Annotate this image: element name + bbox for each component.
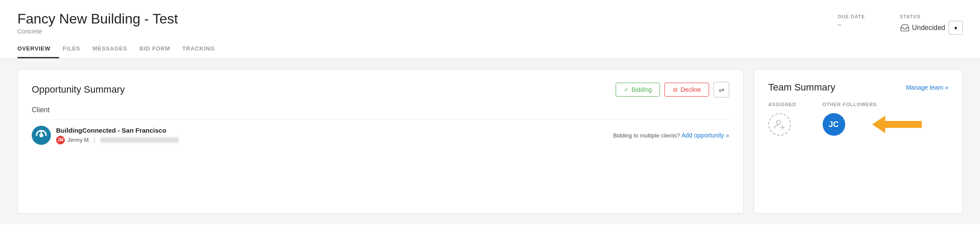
nav-tabs: OVERVIEW FILES MESSAGES BID FORM TRACKIN… [0, 35, 980, 59]
due-date-label: DUE DATE [838, 14, 865, 19]
inbox-icon [900, 23, 910, 33]
bidding-label: Bidding [632, 86, 652, 93]
arrow-container [852, 115, 922, 134]
separator: | [94, 137, 95, 143]
decline-icon: ⊘ [673, 86, 678, 93]
other-followers-label: OTHER FOLLOWERS [823, 102, 922, 107]
client-info: BuildingConnected - San Francisco JM Jen… [32, 126, 179, 145]
tab-bid-form[interactable]: BID FORM [140, 42, 179, 58]
opportunity-card-header: Opportunity Summary ✓ Bidding ⊘ Decline … [32, 82, 729, 97]
follower-avatar-jc: JC [823, 113, 845, 136]
status-section: STATUS Undecided ▾ [900, 14, 963, 35]
tab-tracking[interactable]: TRACKING [182, 42, 223, 58]
header-left: Fancy New Building - Test Concrete [17, 10, 178, 35]
header-right: DUE DATE – STATUS Undecided ▾ [838, 10, 963, 35]
assigned-column: ASSIGNED [768, 102, 797, 136]
client-details: BuildingConnected - San Francisco JM Jen… [56, 127, 179, 144]
header: Fancy New Building - Test Concrete DUE D… [0, 0, 980, 35]
swap-icon: ⇌ [719, 86, 724, 94]
team-summary-card: Team Summary Manage team » ASSIGNED [754, 69, 963, 214]
page-wrapper: Fancy New Building - Test Concrete DUE D… [0, 0, 980, 241]
client-name: BuildingConnected - San Francisco [56, 127, 179, 134]
due-date-section: DUE DATE – [838, 14, 865, 28]
decline-button[interactable]: ⊘ Decline [664, 83, 709, 97]
manage-team-link[interactable]: Manage team » [906, 84, 948, 91]
client-label: Client [32, 106, 729, 114]
status-label: STATUS [900, 14, 921, 19]
contact-initials: JM [57, 137, 63, 142]
project-subtitle: Concrete [17, 28, 178, 35]
bidding-button[interactable]: ✓ Bidding [616, 83, 660, 97]
bidding-multiple-text: Bidding to multiple clients? [613, 132, 680, 139]
swap-button[interactable]: ⇌ [713, 82, 729, 97]
main-content: Opportunity Summary ✓ Bidding ⊘ Decline … [0, 59, 980, 224]
card-actions: ✓ Bidding ⊘ Decline ⇌ [616, 82, 729, 97]
tab-files[interactable]: FILES [63, 42, 89, 58]
chevron-down-icon: ▾ [954, 25, 957, 31]
tab-overview[interactable]: OVERVIEW [17, 42, 59, 58]
followers-column: OTHER FOLLOWERS JC [823, 102, 922, 136]
team-summary-title: Team Summary [768, 82, 835, 93]
building-connected-logo-icon [33, 127, 49, 143]
add-opportunity-area: Bidding to multiple clients? Add opportu… [613, 132, 729, 139]
status-dropdown-button[interactable]: ▾ [949, 21, 963, 35]
blurred-contact-info [100, 137, 179, 143]
status-wrapper: Undecided ▾ [900, 21, 963, 35]
opportunity-summary-card: Opportunity Summary ✓ Bidding ⊘ Decline … [17, 69, 743, 214]
due-date-value: – [838, 21, 841, 28]
arrow-indicator [852, 115, 922, 134]
follower-initials: JC [829, 120, 839, 129]
contact-name: Jenny M. [67, 137, 90, 143]
project-title: Fancy New Building - Test [17, 10, 178, 27]
client-row: BuildingConnected - San Francisco JM Jen… [32, 119, 729, 151]
team-columns: ASSIGNED OTHER FOLLOWERS J [768, 102, 948, 136]
check-icon: ✓ [624, 86, 629, 93]
client-logo [32, 126, 51, 145]
arrow-left-icon [852, 115, 922, 134]
contact-avatar: JM [56, 136, 65, 144]
team-card-header: Team Summary Manage team » [768, 82, 948, 93]
tab-messages[interactable]: MESSAGES [93, 42, 136, 58]
status-value: Undecided [900, 23, 946, 33]
svg-point-2 [777, 120, 780, 124]
opportunity-summary-title: Opportunity Summary [32, 84, 125, 95]
assign-avatar-button[interactable] [768, 113, 791, 136]
svg-rect-6 [885, 121, 922, 128]
client-contact: JM Jenny M. | [56, 136, 179, 144]
add-opportunity-link[interactable]: Add opportunity » [681, 132, 729, 139]
decline-label: Decline [680, 86, 701, 93]
assigned-label: ASSIGNED [768, 102, 797, 107]
person-add-icon [773, 118, 786, 131]
svg-marker-5 [872, 116, 885, 133]
status-text: Undecided [912, 24, 946, 32]
followers-row: JC [823, 113, 922, 136]
